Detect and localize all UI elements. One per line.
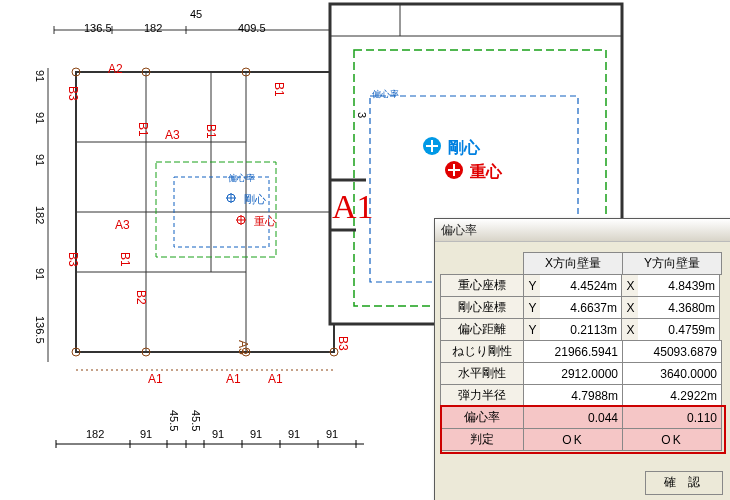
row-label: 判定 [440, 428, 524, 451]
eccentricity-dialog: 偏心率 X方向壁量 Y方向壁量 重心座標Y4.4524mX4.8439m剛心座標… [434, 218, 730, 500]
table-row: 偏心率0.0440.110 [441, 407, 725, 429]
henshin-small: 偏心率 [228, 172, 255, 185]
label-B3a: B3 [66, 86, 80, 101]
row-y-value: OK [622, 428, 722, 451]
gou-small: 剛心 [244, 192, 266, 207]
row-x-value: 4.6637m [540, 296, 622, 319]
row-x-axis: Y [523, 274, 541, 297]
dim-l1: 91 [34, 70, 46, 82]
gou-big-label: 剛心 [448, 138, 480, 159]
label-A1a: A1 [148, 372, 163, 386]
table-row: 弾力半径4.7988m4.2922m [441, 385, 725, 407]
dim-l3: 91 [34, 154, 46, 166]
label-A3a: A3 [165, 128, 180, 142]
label-A1b: A1 [226, 372, 241, 386]
eccentricity-table: X方向壁量 Y方向壁量 重心座標Y4.4524mX4.8439m剛心座標Y4.6… [441, 253, 725, 451]
table-row: 剛心座標Y4.6637mX4.3680m [441, 297, 725, 319]
table-row: 水平剛性2912.00003640.0000 [441, 363, 725, 385]
big-A1: A1 [332, 188, 374, 226]
row-y-value: 3640.0000 [622, 362, 722, 385]
row-label: 重心座標 [440, 274, 524, 297]
row-y-axis: X [621, 318, 639, 341]
row-x-value: 4.7988m [523, 384, 623, 407]
label-B1d: B1 [118, 252, 132, 267]
row-label: 剛心座標 [440, 296, 524, 319]
dim-top-1: 136.5 [84, 22, 112, 34]
row-x-axis: Y [523, 318, 541, 341]
label-B2: B2 [134, 290, 148, 305]
dialog-title: 偏心率 [435, 219, 730, 242]
label-B1a: B1 [272, 82, 286, 97]
dim-top-4: 45 [190, 8, 202, 20]
table-row: 偏心距離Y0.2113mX0.4759m [441, 319, 725, 341]
row-y-axis: X [621, 296, 639, 319]
table-row: ねじり剛性21966.594145093.6879 [441, 341, 725, 363]
dim-b4: 45.5 [190, 410, 202, 431]
dim-l5: 91 [34, 268, 46, 280]
confirm-button[interactable]: 確 認 [645, 471, 723, 495]
col-x-header: X方向壁量 [523, 252, 623, 275]
label-A1c: A1 [268, 372, 283, 386]
label-B1c: B1 [136, 122, 150, 137]
label-A2: A2 [108, 62, 123, 76]
row-x-value: OK [523, 428, 623, 451]
row-x-value: 4.4524m [540, 274, 622, 297]
row-label: 偏心距離 [440, 318, 524, 341]
row-x-value: 0.044 [523, 406, 623, 429]
row-y-value: 4.2922m [622, 384, 722, 407]
row-y-value: 0.110 [622, 406, 722, 429]
row-x-value: 0.2113m [540, 318, 622, 341]
right-small-3: 3 [356, 112, 368, 118]
ju-small: 重心 [254, 214, 276, 229]
row-label: 弾力半径 [440, 384, 524, 407]
row-y-axis: X [621, 274, 639, 297]
ju-big-label: 重心 [470, 162, 502, 183]
row-y-value: 45093.6879 [622, 340, 722, 363]
label-B1b: B1 [204, 124, 218, 139]
dim-l6: 136.5 [34, 316, 46, 344]
row-label: 水平剛性 [440, 362, 524, 385]
dim-l4: 182 [34, 206, 46, 224]
table-row: 重心座標Y4.4524mX4.8439m [441, 275, 725, 297]
row-y-value: 4.8439m [638, 274, 720, 297]
row-label: 偏心率 [440, 406, 524, 429]
dim-top-2: 182 [144, 22, 162, 34]
label-A3b: A3 [115, 218, 130, 232]
col-y-header: Y方向壁量 [622, 252, 722, 275]
label-B3b: B3 [66, 252, 80, 267]
henshin-right: 偏心率 [372, 88, 399, 101]
row-x-value: 2912.0000 [523, 362, 623, 385]
label-A3c: A3 [236, 340, 250, 355]
row-x-axis: Y [523, 296, 541, 319]
row-y-value: 0.4759m [638, 318, 720, 341]
dim-b3: 45.5 [168, 410, 180, 431]
label-B3c: B3 [336, 336, 350, 351]
row-label: ねじり剛性 [440, 340, 524, 363]
row-x-value: 21966.5941 [523, 340, 623, 363]
dim-l2: 91 [34, 112, 46, 124]
row-y-value: 4.3680m [638, 296, 720, 319]
table-row: 判定OKOK [441, 429, 725, 451]
dim-top-3: 409.5 [238, 22, 266, 34]
floorplan-left [46, 22, 356, 402]
